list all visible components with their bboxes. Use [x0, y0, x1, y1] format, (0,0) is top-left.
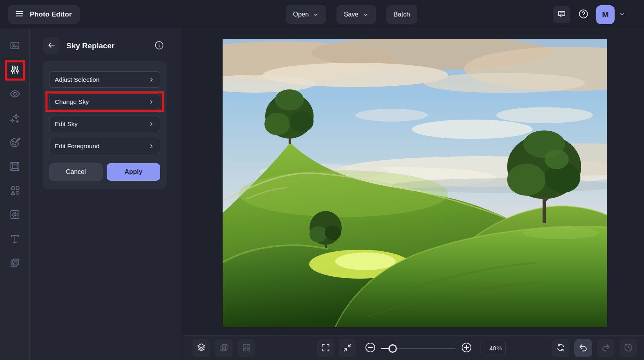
sidebar-item-mask[interactable] — [6, 207, 24, 224]
option-change-sky[interactable]: Change Sky — [49, 93, 160, 110]
shapes-icon — [9, 184, 21, 198]
sky-replacer-card: Adjust Selection Change Sky Edit Sky Edi… — [43, 61, 167, 189]
back-button[interactable] — [43, 37, 60, 54]
eye-icon — [9, 88, 21, 101]
blend-icon — [9, 257, 21, 271]
zoom-out-button[interactable] — [364, 339, 376, 357]
redo-icon — [601, 342, 611, 354]
layer-tools — [192, 339, 255, 357]
option-label: Change Sky — [55, 98, 148, 106]
main-menu-button[interactable]: Photo Editor — [8, 5, 80, 24]
zoom-level-input[interactable]: 40% — [481, 342, 506, 354]
photo-preview — [223, 39, 607, 327]
chevron-right-icon — [148, 121, 155, 127]
info-button[interactable] — [154, 40, 164, 52]
canvas-area: 40% — [183, 29, 644, 360]
history-icon — [623, 342, 634, 354]
layers-icon — [196, 342, 206, 354]
minus-circle-icon — [365, 342, 376, 354]
option-label: Edit Foreground — [55, 143, 148, 150]
hamburger-icon — [14, 9, 24, 20]
sidebar-item-blend[interactable] — [6, 255, 24, 273]
fullscreen-button[interactable] — [317, 339, 334, 357]
rotate-icon — [555, 342, 566, 354]
frame-icon — [9, 160, 21, 174]
header: Photo Editor Open Save Batch — [0, 0, 644, 29]
option-label: Edit Sky — [55, 120, 148, 128]
fit-screen-icon — [343, 343, 353, 354]
sidebar-item-adjustments[interactable] — [6, 62, 24, 79]
avatar-initial: M — [602, 10, 609, 19]
layers-button[interactable] — [192, 339, 210, 357]
option-label: Adjust Selection — [55, 76, 148, 83]
sidebar-item-color[interactable] — [6, 134, 24, 152]
sliders-icon — [9, 64, 21, 77]
landscape-photo — [223, 39, 607, 327]
rotate-button[interactable] — [552, 339, 570, 357]
bottom-toolbar: 40% — [183, 335, 644, 360]
sparkles-icon — [9, 112, 21, 126]
feedback-icon — [557, 9, 566, 20]
chevron-right-icon — [148, 99, 155, 105]
option-edit-sky[interactable]: Edit Sky — [49, 116, 160, 132]
zoom-slider[interactable] — [381, 339, 456, 357]
avatar[interactable]: M — [596, 5, 615, 24]
sidebar-item-shapes[interactable] — [6, 182, 24, 200]
compare-button[interactable] — [215, 339, 233, 357]
image-icon — [9, 40, 21, 53]
history-tools — [552, 339, 637, 357]
compare-icon — [219, 343, 229, 354]
panel-title: Sky Replacer — [66, 41, 154, 50]
zoom-in-button[interactable] — [460, 339, 473, 357]
sidebar-item-photos[interactable] — [6, 37, 24, 55]
zoom-value: 40 — [489, 345, 496, 352]
info-icon — [154, 40, 164, 52]
arrow-left-icon — [47, 41, 56, 51]
card-actions: Cancel Apply — [49, 163, 160, 181]
apply-button[interactable]: Apply — [107, 163, 160, 181]
history-button[interactable] — [619, 339, 637, 357]
redo-button[interactable] — [597, 339, 615, 357]
feedback-button[interactable] — [553, 6, 570, 23]
chevron-right-icon — [148, 77, 155, 83]
option-edit-foreground[interactable]: Edit Foreground — [49, 138, 160, 154]
account-menu-button[interactable] — [619, 10, 625, 19]
chevron-down-icon — [363, 12, 369, 18]
grid-icon — [242, 343, 252, 354]
chevron-right-icon — [148, 143, 155, 149]
fullscreen-icon — [321, 343, 331, 354]
batch-button[interactable]: Batch — [386, 5, 417, 24]
sidebar-item-effects[interactable] — [6, 110, 24, 128]
panel-header: Sky Replacer — [43, 37, 164, 54]
undo-button[interactable] — [574, 339, 592, 357]
zoom-slider-knob[interactable] — [388, 344, 397, 353]
zoom-unit: % — [497, 345, 502, 352]
chevron-down-icon — [313, 12, 319, 18]
photo-editor-app: Photo Editor Open Save Batch — [0, 0, 644, 360]
grid-view-button[interactable] — [237, 339, 255, 357]
sidebar-item-text[interactable] — [6, 231, 24, 248]
open-button[interactable]: Open — [286, 5, 326, 24]
sidebar-item-frame[interactable] — [6, 158, 24, 176]
chevron-down-icon — [619, 10, 625, 19]
option-adjust-selection[interactable]: Adjust Selection — [49, 71, 160, 88]
mask-icon — [9, 209, 21, 222]
text-icon — [9, 233, 21, 246]
fit-screen-button[interactable] — [339, 339, 356, 357]
header-actions: Open Save Batch — [286, 5, 417, 24]
sky-replacer-panel: Sky Replacer Adjust Selection Change Sky — [30, 29, 182, 360]
help-icon — [578, 8, 589, 21]
cancel-button[interactable]: Cancel — [49, 163, 103, 181]
app-title: Photo Editor — [30, 10, 72, 19]
tool-sidebar — [0, 29, 30, 360]
help-button[interactable] — [575, 6, 591, 23]
save-button[interactable]: Save — [336, 5, 376, 24]
palette-icon — [9, 136, 21, 150]
zoom-tools: 40% — [317, 339, 506, 357]
sidebar-item-preview[interactable] — [6, 86, 24, 103]
header-right: M — [553, 0, 625, 29]
plus-circle-icon — [461, 342, 472, 354]
undo-icon — [578, 342, 588, 354]
